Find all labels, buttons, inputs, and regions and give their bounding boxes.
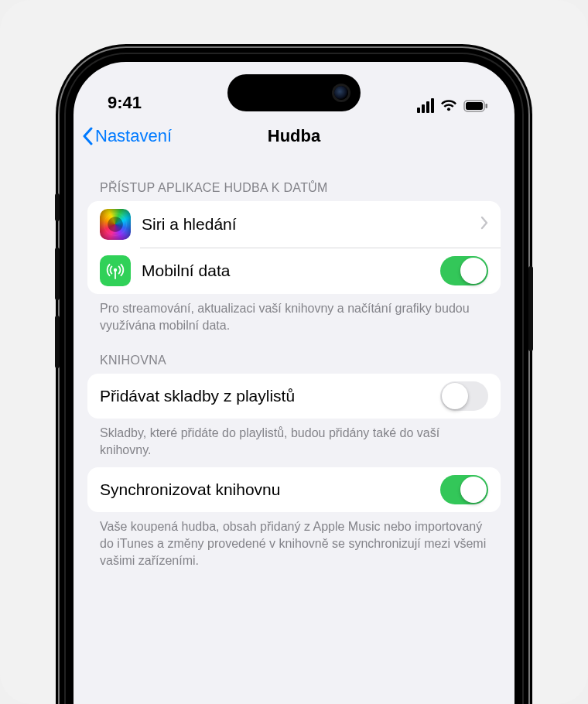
siri-icon bbox=[100, 209, 131, 240]
row-cellular-data: Mobilní data bbox=[87, 248, 501, 294]
side-button-silent bbox=[55, 193, 60, 221]
screen: 9:41 bbox=[74, 62, 514, 704]
status-time: 9:41 bbox=[108, 93, 142, 113]
row-label: Siri a hledání bbox=[142, 215, 470, 234]
side-button-power bbox=[528, 266, 533, 351]
section-header-data-access: PŘÍSTUP APLIKACE HUDBA K DATŮM bbox=[87, 164, 501, 201]
cellular-signal-icon bbox=[417, 98, 434, 113]
row-label: Přidávat skladby z playlistů bbox=[100, 387, 429, 405]
row-sync-library: Synchronizovat knihovnu bbox=[87, 467, 501, 512]
section-footer-sync-library: Vaše koupená hudba, obsah přidaný z Appl… bbox=[87, 512, 501, 572]
cellular-data-icon bbox=[100, 255, 131, 286]
phone-frame: 9:41 bbox=[60, 48, 528, 704]
group-data-access: Siri a hledání bbox=[87, 201, 501, 294]
status-indicators bbox=[417, 98, 488, 113]
wifi-icon bbox=[440, 100, 457, 112]
cellular-data-toggle[interactable] bbox=[440, 256, 488, 285]
side-button-volume-up bbox=[55, 248, 60, 300]
chevron-left-icon bbox=[81, 127, 94, 145]
toggle-knob bbox=[460, 258, 487, 284]
sync-library-toggle[interactable] bbox=[440, 475, 488, 504]
chevron-right-icon bbox=[480, 216, 488, 233]
back-label: Nastavení bbox=[95, 126, 172, 146]
row-label: Synchronizovat knihovnu bbox=[100, 480, 429, 499]
dynamic-island bbox=[227, 74, 361, 111]
toggle-knob bbox=[442, 383, 468, 409]
navigation-bar: Nastavení Hudba bbox=[74, 118, 514, 155]
back-button[interactable]: Nastavení bbox=[81, 118, 172, 155]
battery-icon bbox=[463, 100, 488, 112]
side-button-volume-down bbox=[55, 316, 60, 368]
settings-content: PŘÍSTUP APLIKACE HUDBA K DATŮM Siri a hl… bbox=[74, 155, 514, 572]
row-add-playlist-songs: Přidávat skladby z playlistů bbox=[87, 374, 501, 419]
group-sync-library: Synchronizovat knihovnu bbox=[87, 467, 501, 512]
section-header-library: KNIHOVNA bbox=[87, 337, 501, 374]
section-footer-data-access: Pro streamování, aktualizaci vaší knihov… bbox=[87, 294, 501, 337]
group-add-playlist-songs: Přidávat skladby z playlistů bbox=[87, 374, 501, 419]
row-label: Mobilní data bbox=[142, 261, 429, 280]
viewport: 9:41 bbox=[0, 0, 588, 704]
svg-rect-2 bbox=[486, 104, 488, 108]
row-siri-and-search[interactable]: Siri a hledání bbox=[87, 201, 501, 248]
section-footer-add-playlist: Skladby, které přidáte do playlistů, bud… bbox=[87, 419, 501, 461]
toggle-knob bbox=[460, 477, 487, 503]
front-camera-icon bbox=[334, 86, 348, 100]
page-title: Hudba bbox=[268, 126, 320, 146]
svg-rect-1 bbox=[466, 102, 483, 110]
add-playlist-songs-toggle[interactable] bbox=[440, 381, 488, 411]
